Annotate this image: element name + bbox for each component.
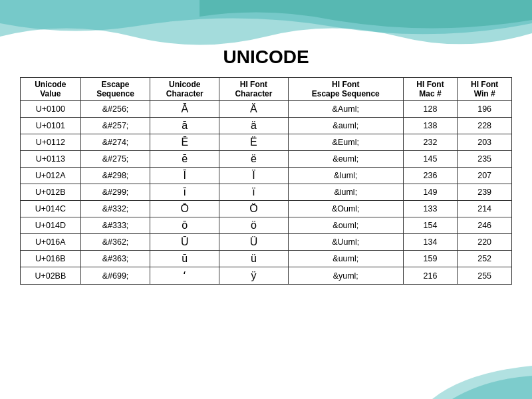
table-cell: &Ouml; bbox=[288, 201, 403, 217]
table-cell: Ä bbox=[219, 101, 289, 118]
table-cell: U+0113 bbox=[21, 151, 81, 168]
table-cell: U+0101 bbox=[21, 118, 81, 134]
table-cell: Ī bbox=[150, 168, 219, 184]
table-cell: 214 bbox=[458, 201, 512, 217]
table-cell: Ē bbox=[150, 134, 219, 151]
table-cell: &Auml; bbox=[288, 101, 403, 118]
col-header-hi-font-escape: HI FontEscape Sequence bbox=[288, 78, 403, 101]
table-cell: U+014C bbox=[21, 201, 81, 217]
table-cell: ö bbox=[219, 217, 289, 234]
table-cell: Ï bbox=[219, 168, 289, 184]
table-cell: 196 bbox=[458, 101, 512, 118]
col-header-escape-sequence: EscapeSequence bbox=[80, 78, 150, 101]
table-cell: ï bbox=[219, 184, 289, 201]
table-row: U+0100&#256;ĀÄ&Auml;128196 bbox=[21, 101, 512, 118]
table-cell: &#333; bbox=[80, 217, 150, 234]
table-cell: 228 bbox=[458, 118, 512, 134]
table-cell: 252 bbox=[458, 251, 512, 267]
table-cell: &#275; bbox=[80, 151, 150, 168]
table-row: U+016B&#363;ūü&uuml;159252 bbox=[21, 251, 512, 267]
table-cell: &#274; bbox=[80, 134, 150, 151]
table-cell: &Iuml; bbox=[288, 168, 403, 184]
col-header-hi-font-mac: HI FontMac # bbox=[403, 78, 458, 101]
table-cell: 159 bbox=[403, 251, 458, 267]
main-content: UNICODE UnicodeValue EscapeSequence Unic… bbox=[0, 0, 532, 291]
table-row: U+02BB&#699;ʻÿ&yuml;216255 bbox=[21, 267, 512, 285]
table-row: U+014C&#332;ŌÖ&Ouml;133214 bbox=[21, 201, 512, 217]
table-cell: ÿ bbox=[219, 267, 289, 285]
table-cell: ē bbox=[150, 151, 219, 168]
table-cell: 220 bbox=[458, 234, 512, 251]
page-title: UNICODE bbox=[20, 47, 512, 68]
table-cell: U+016B bbox=[21, 251, 81, 267]
table-row: U+0113&#275;ēë&euml;145235 bbox=[21, 151, 512, 168]
table-cell: U+02BB bbox=[21, 267, 81, 285]
table-cell: Ū bbox=[150, 234, 219, 251]
table-header-row: UnicodeValue EscapeSequence UnicodeChara… bbox=[21, 78, 512, 101]
table-cell: ā bbox=[150, 118, 219, 134]
table-cell: 232 bbox=[403, 134, 458, 151]
table-cell: 154 bbox=[403, 217, 458, 234]
table-cell: U+016A bbox=[21, 234, 81, 251]
table-row: U+012B&#299;īï&iuml;149239 bbox=[21, 184, 512, 201]
table-row: U+014D&#333;ōö&ouml;154246 bbox=[21, 217, 512, 234]
table-cell: ë bbox=[219, 151, 289, 168]
table-cell: 239 bbox=[458, 184, 512, 201]
table-cell: ü bbox=[219, 251, 289, 267]
table-cell: 207 bbox=[458, 168, 512, 184]
table-cell: 138 bbox=[403, 118, 458, 134]
table-cell: U+012A bbox=[21, 168, 81, 184]
table-cell: U+0100 bbox=[21, 101, 81, 118]
table-cell: &#256; bbox=[80, 101, 150, 118]
table-cell: U+014D bbox=[21, 217, 81, 234]
table-cell: 246 bbox=[458, 217, 512, 234]
bottom-decoration bbox=[399, 359, 532, 399]
table-cell: 235 bbox=[458, 151, 512, 168]
table-cell: &#363; bbox=[80, 251, 150, 267]
table-cell: 236 bbox=[403, 168, 458, 184]
table-cell: &#362; bbox=[80, 234, 150, 251]
table-cell: Ā bbox=[150, 101, 219, 118]
table-cell: U+0112 bbox=[21, 134, 81, 151]
table-cell: Ë bbox=[219, 134, 289, 151]
table-cell: &auml; bbox=[288, 118, 403, 134]
col-header-hi-font-win: HI FontWin # bbox=[458, 78, 512, 101]
table-cell: &yuml; bbox=[288, 267, 403, 285]
table-row: U+0101&#257;āä&auml;138228 bbox=[21, 118, 512, 134]
table-cell: 255 bbox=[458, 267, 512, 285]
table-cell: ʻ bbox=[150, 267, 219, 285]
table-row: U+012A&#298;ĪÏ&Iuml;236207 bbox=[21, 168, 512, 184]
table-cell: Ü bbox=[219, 234, 289, 251]
table-cell: Ö bbox=[219, 201, 289, 217]
table-cell: &ouml; bbox=[288, 217, 403, 234]
col-header-hi-font-character: HI FontCharacter bbox=[219, 78, 289, 101]
table-cell: &iuml; bbox=[288, 184, 403, 201]
table-cell: 216 bbox=[403, 267, 458, 285]
table-cell: 128 bbox=[403, 101, 458, 118]
table-cell: 133 bbox=[403, 201, 458, 217]
unicode-table: UnicodeValue EscapeSequence UnicodeChara… bbox=[20, 77, 512, 285]
table-cell: &#699; bbox=[80, 267, 150, 285]
table-cell: ō bbox=[150, 217, 219, 234]
table-row: U+016A&#362;ŪÜ&Uuml;134220 bbox=[21, 234, 512, 251]
table-row: U+0112&#274;ĒË&Euml;232203 bbox=[21, 134, 512, 151]
table-cell: ū bbox=[150, 251, 219, 267]
table-cell: &uuml; bbox=[288, 251, 403, 267]
table-cell: U+012B bbox=[21, 184, 81, 201]
table-cell: &Euml; bbox=[288, 134, 403, 151]
table-cell: 134 bbox=[403, 234, 458, 251]
table-cell: 203 bbox=[458, 134, 512, 151]
table-cell: ī bbox=[150, 184, 219, 201]
col-header-unicode-value: UnicodeValue bbox=[21, 78, 81, 101]
col-header-unicode-character: UnicodeCharacter bbox=[150, 78, 219, 101]
table-cell: &euml; bbox=[288, 151, 403, 168]
table-cell: &#257; bbox=[80, 118, 150, 134]
table-cell: &Uuml; bbox=[288, 234, 403, 251]
table-cell: 149 bbox=[403, 184, 458, 201]
table-cell: &#298; bbox=[80, 168, 150, 184]
table-cell: ä bbox=[219, 118, 289, 134]
table-cell: Ō bbox=[150, 201, 219, 217]
table-cell: &#299; bbox=[80, 184, 150, 201]
table-cell: 145 bbox=[403, 151, 458, 168]
table-cell: &#332; bbox=[80, 201, 150, 217]
